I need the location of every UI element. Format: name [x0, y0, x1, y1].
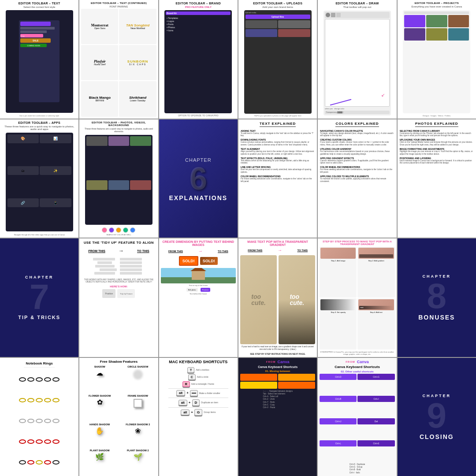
ring-mix-1 — [19, 460, 26, 465]
ring-silver-3 — [36, 419, 43, 423]
step-3: Step 3: Set opacity — [320, 298, 357, 349]
cell7-title: EDITOR TOOLBAR – APPS — [18, 121, 60, 124]
divider-3 — [168, 407, 228, 408]
font-item-1: TAN Songbird Neue Montreal — [119, 9, 156, 44]
shortcuts-from-label: FROM — [266, 361, 276, 363]
ring-black-3 — [36, 377, 43, 382]
dim-position-btn[interactable]: Position — [201, 288, 210, 292]
ring-black-4 — [44, 377, 51, 382]
thumb-5 — [108, 180, 130, 190]
ring-mix-4 — [44, 460, 51, 465]
cell1-note: Use a pre-made font combination or selec… — [19, 115, 59, 117]
ring-red-4 — [44, 439, 51, 444]
ring-silver-2 — [27, 419, 34, 423]
cell7-note: Navigate through all of the editor apps … — [14, 234, 65, 236]
shadow-icon-4: ✋ — [95, 427, 104, 435]
cell4-sub: Add your own brand items — [262, 6, 293, 8]
rings-title: Notebook Rings — [24, 360, 54, 368]
shadow-icon-1 — [133, 370, 143, 379]
shortcut-desc-2: Add a circle — [197, 376, 208, 378]
ring-red-2 — [27, 439, 34, 444]
cell4-title: EDITOR TOOLBAR – UPLOADS — [253, 2, 302, 5]
ring-black-2 — [27, 377, 34, 382]
step-2: Step 2: Add gradient — [357, 247, 394, 298]
cell-free-shadow: Free Shadow Features SHADOW ☁ CIRCLE SHA… — [79, 358, 158, 476]
chapter9-num: 9 — [427, 398, 447, 433]
thumb-2 — [108, 136, 130, 146]
shortcut-row-1: T Add a textbox — [161, 367, 236, 373]
shadow-icon-2: ✿ — [97, 398, 103, 406]
cell-mac-shortcuts: MAC KEYBOARD SHORTCUTS T Add a textbox C… — [159, 358, 238, 476]
main-grid: EDITOR TOOLBAR – TEXT Select the correct… — [0, 0, 476, 476]
cell-text-explained: TEXT EXPLAINED ADDING TEXT To add text i… — [238, 119, 317, 238]
thumb-6 — [130, 180, 151, 190]
step-1: Step 1: Add image — [320, 247, 357, 298]
shadow-label-2: FLOWER SHADOW — [89, 394, 111, 397]
shadow-item-6: PLANT SHADOW 🌿 — [81, 449, 118, 474]
shadow-item-2: FLOWER SHADOW ✿ — [81, 394, 118, 422]
sl-key-3: Ctrl+B — [320, 396, 357, 402]
photos-explained-title: PHOTOS EXPLAINED — [415, 122, 458, 127]
app-icon-2: 📊 — [40, 134, 71, 143]
ring-gold-3 — [36, 398, 43, 402]
shadow-icon-3 — [134, 399, 142, 408]
cell3-mock: Brand Kit • Templates • Logos • Fonts • … — [164, 10, 232, 113]
colors-explained-title: COLORS EXPLAINED — [335, 122, 379, 127]
divider-1 — [168, 388, 228, 389]
shadow-label-0: SHADOW — [94, 365, 105, 368]
ring-row-2 — [19, 398, 60, 402]
cell7-sub: These three features are a quick way to … — [2, 125, 77, 130]
cell-editor-toolbar-text: EDITOR TOOLBAR – TEXT Select the correct… — [0, 0, 78, 119]
tidy-step-mock: Position Tidy Up Feature — [102, 289, 135, 298]
stepbystep-note: EYEDROPPER: In Canva Pro, you may use th… — [320, 351, 394, 355]
dim-roof — [190, 268, 206, 271]
rings-area — [17, 368, 61, 475]
tidy-from-label: FROM THIS — [88, 249, 105, 253]
shadow-grid: SHADOW ☁ CIRCLE SHADOW FLOWER SHADOW ✿ F… — [81, 365, 156, 475]
cell-chapter9: CHAPTER 9 CLOSING — [398, 358, 476, 476]
ring-black-5 — [52, 377, 60, 382]
sl-key-8: Ctrl+E — [357, 440, 394, 446]
ring-silver-4 — [44, 419, 51, 423]
svg-rect-0 — [192, 393, 196, 394]
thumb-3 — [130, 136, 151, 146]
chapter6-subtitle: EXPLANATIONS — [169, 194, 228, 201]
gradient-from: FROM THIS — [248, 249, 262, 252]
shortcuts-light-title: Canva Keyboard Shortcuts — [335, 365, 380, 369]
chapter9-bottom: CLOSING — [420, 433, 454, 440]
ring-red-3 — [36, 439, 43, 444]
sl-key-6: Del — [357, 418, 394, 424]
shortcuts-key-grid — [240, 374, 315, 389]
ring-red-5 — [52, 439, 60, 444]
ring-gold-5 — [52, 398, 60, 402]
gradient-see-also: SEE STEP BY STEP INSTRUCTIONS ON NEXT PA… — [250, 353, 305, 355]
tidy-title: USE THE 'TIDY UP' FEATURE TO ALIGN — [84, 241, 154, 245]
ring-silver-1 — [19, 419, 26, 423]
cell-stepbystep-gradient: STEP BY STEP PROCESS TO MAKE TEXT POP WI… — [318, 238, 396, 357]
ring-gold-4 — [44, 398, 51, 402]
dim-house-shape — [192, 271, 205, 280]
shortcuts-desc-list: ↑↓←→ Navigate between designs Tab · Sele… — [263, 390, 293, 409]
ring-black-1 — [19, 377, 26, 382]
plus-1: + — [186, 391, 189, 395]
upload-btn[interactable]: Upload files — [245, 15, 310, 19]
sl-key-1: Ctrl+D — [320, 374, 357, 380]
cell-brand-pro: EDITOR TOOLBAR – BRAND PRO FEATURE ONLY … — [159, 0, 238, 119]
shadow-item-7: PLANT SHADOW 2 🌱 — [119, 449, 156, 474]
font-item-0: Montserrat Open Sans — [81, 9, 118, 44]
dim-title: CREATE DIMENSION BY PUTTING TEXT BEHIND … — [161, 240, 236, 246]
cell2-title: EDITOR TOOLBAR – TEXT (CONTINUED) — [91, 2, 147, 4]
shortcut-key-4 — [278, 382, 315, 389]
shortcuts-section-01: 01. Moving between — [265, 370, 290, 372]
cell-editor-photos-bg: EDITOR TOOLBAR – PHOTOS, VIDEOS, BACKGRO… — [79, 119, 158, 238]
tidy-desc: THIS WORKS WITH ANY SHAPES, LINES, IMAGE… — [82, 279, 156, 283]
chapter6-num: 6 — [190, 163, 207, 194]
cell-photos-explained: PHOTOS EXPLAINED SELECTING FROM CANVA'S … — [398, 119, 476, 238]
mac-title: MAC KEYBOARD SHORTCUTS — [169, 360, 227, 364]
shortcut-desc-6: Group items — [204, 411, 216, 413]
app-icon-4: ✨ — [40, 166, 71, 175]
shortcuts-canva-brand: Canva — [277, 360, 289, 364]
dim-edit-btn[interactable]: Edit photo — [186, 288, 198, 292]
shadow-label-4: HANDS SHADOW — [89, 423, 110, 426]
key-r: R — [182, 381, 190, 387]
